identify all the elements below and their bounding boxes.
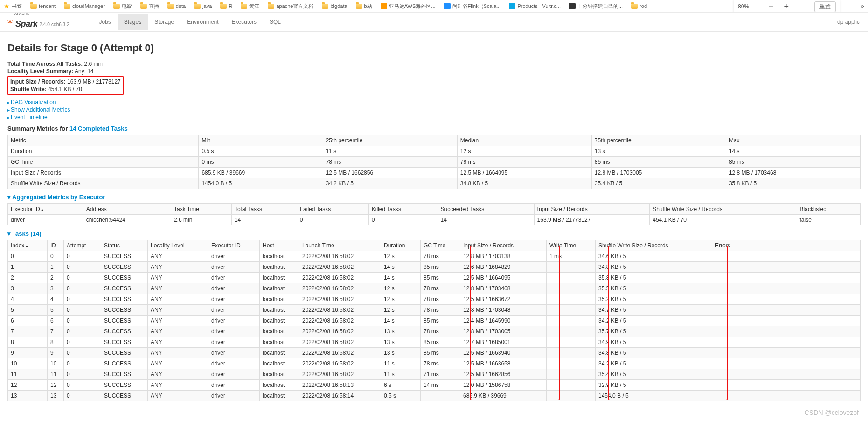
zoom-reset-button[interactable]: 重置: [814, 1, 836, 12]
bookmark-item[interactable]: 十分钟搭建自己的...: [569, 3, 623, 10]
table-cell: 13: [8, 391, 48, 401]
bookmark-item[interactable]: b站: [356, 3, 372, 10]
spark-logo[interactable]: ✶ APACHE Spark 2.4.0-cdh6.3.2: [7, 16, 69, 28]
col-header[interactable]: Succeeded Tasks: [437, 204, 534, 215]
site-icon: [444, 3, 451, 9]
col-header[interactable]: Write Time: [547, 240, 596, 251]
bookmarks-overflow[interactable]: »: [861, 2, 864, 10]
table-cell: 12.8 MB / 1703468: [726, 168, 860, 178]
col-header[interactable]: 75th percentile: [591, 135, 726, 146]
col-header[interactable]: Input Size / Records: [534, 204, 650, 215]
zoom-in-button[interactable]: +: [781, 2, 792, 12]
col-header[interactable]: Locality Level: [148, 240, 208, 251]
nav-tab-sql[interactable]: SQL: [263, 14, 287, 30]
bookmark-item[interactable]: cloudManager: [64, 3, 105, 9]
table-cell: 85 ms: [421, 348, 460, 358]
bookmark-item[interactable]: 直播: [140, 3, 159, 10]
expand-link[interactable]: DAG Visualization: [11, 99, 56, 105]
col-header[interactable]: Killed Tasks: [368, 204, 437, 215]
bookmark-item[interactable]: 电影: [113, 3, 132, 10]
table-cell: ANY: [148, 283, 208, 294]
col-header[interactable]: Executor ID: [8, 204, 83, 215]
table-cell: 13 s: [381, 326, 421, 337]
table-cell: driver: [208, 337, 260, 348]
expand-link[interactable]: Show Additional Metrics: [11, 106, 70, 113]
tasks-toggle[interactable]: ▾Tasks (14): [7, 230, 42, 237]
table-cell: 14 s: [381, 262, 421, 273]
col-header[interactable]: Index: [8, 240, 48, 251]
table-cell: 13 s: [381, 337, 421, 348]
agg-metrics-toggle[interactable]: ▾Aggregated Metrics by Executor: [7, 194, 105, 201]
table-cell: 2022/02/08 16:58:02: [299, 273, 381, 283]
table-cell: 12.5 MB / 1662856: [460, 369, 547, 380]
completed-tasks-link[interactable]: 14 Completed Tasks: [69, 125, 128, 132]
col-header[interactable]: Task Time: [171, 204, 232, 215]
bookmark-item[interactable]: 黄江: [241, 3, 259, 10]
col-header[interactable]: 25th percentile: [323, 135, 457, 146]
zoom-out-button[interactable]: −: [766, 2, 777, 12]
col-header[interactable]: Min: [199, 135, 323, 146]
col-header[interactable]: Launch Time: [299, 240, 381, 251]
table-cell: 85 ms: [421, 337, 460, 348]
bookmark-item[interactable]: 尚硅谷Flink（Scala...: [444, 3, 501, 10]
col-header[interactable]: Failed Tasks: [297, 204, 368, 215]
table-cell: localhost: [260, 294, 299, 305]
col-header[interactable]: Input Size / Records: [460, 240, 547, 251]
col-header[interactable]: Blacklisted: [797, 204, 860, 215]
col-header[interactable]: Duration: [381, 240, 421, 251]
tasks-heading: ▾Tasks (14): [7, 230, 861, 237]
bookmark-item[interactable]: rod: [631, 3, 647, 9]
col-header[interactable]: GC Time: [421, 240, 460, 251]
table-cell: 34.2 KB / 5: [596, 316, 712, 326]
nav-tab-executors[interactable]: Executors: [225, 14, 263, 30]
col-header[interactable]: Errors: [712, 240, 861, 251]
table-cell: 78 ms: [421, 326, 460, 337]
table-cell: 12.8 MB / 1703005: [591, 168, 726, 178]
col-header[interactable]: Total Tasks: [231, 204, 297, 215]
page-title: Details for Stage 0 (Attempt 0): [7, 42, 861, 54]
bookmark-item[interactable]: tencent: [30, 3, 56, 9]
bookmark-item[interactable]: data: [167, 3, 186, 9]
expand-link[interactable]: Event Timeline: [11, 114, 48, 120]
bookmark-item[interactable]: R: [220, 3, 232, 9]
table-cell: [547, 283, 596, 294]
col-header[interactable]: ID: [48, 240, 64, 251]
nav-tab-storage[interactable]: Storage: [148, 14, 181, 30]
col-header[interactable]: Attempt: [64, 240, 101, 251]
col-header[interactable]: Host: [260, 240, 299, 251]
table-cell: SUCCESS: [101, 369, 148, 380]
table-cell: driver: [208, 262, 260, 273]
table-cell: 12.8 MB / 1703005: [460, 326, 547, 337]
table-cell: 0: [64, 316, 101, 326]
bookmark-item[interactable]: bigdata: [322, 3, 347, 9]
bookmark-item[interactable]: 亚马逊AWS海外区...: [381, 3, 436, 10]
table-cell: 35.2 KB / 5: [596, 294, 712, 305]
nav-tab-jobs[interactable]: Jobs: [92, 14, 117, 30]
nav-tab-environment[interactable]: Environment: [181, 14, 225, 30]
col-header[interactable]: Shuffle Write Size / Records: [650, 204, 797, 215]
col-header[interactable]: Executor ID: [208, 240, 260, 251]
col-header[interactable]: Shuffle Write Size / Records: [596, 240, 712, 251]
bookmark-item[interactable]: java: [194, 3, 212, 9]
col-header[interactable]: Address: [83, 204, 171, 215]
nav-tab-stages[interactable]: Stages: [118, 14, 148, 30]
table-cell: [547, 391, 596, 401]
table-cell: GC Time: [8, 157, 199, 168]
bookmark-item[interactable]: Products - Vultr.c...: [509, 3, 561, 9]
col-header[interactable]: Max: [726, 135, 860, 146]
table-cell: [547, 262, 596, 273]
table-cell: 2022/02/08 16:58:02: [299, 251, 381, 262]
agg-metrics-heading: ▾Aggregated Metrics by Executor: [7, 194, 861, 201]
col-header[interactable]: Status: [101, 240, 148, 251]
table-cell: [421, 391, 460, 401]
col-header[interactable]: Median: [457, 135, 591, 146]
summary-metrics-table: MetricMin25th percentileMedian75th perce…: [7, 135, 861, 189]
table-cell: 0: [64, 262, 101, 273]
table-cell: 12: [8, 380, 48, 391]
col-header[interactable]: Metric: [8, 135, 199, 146]
table-cell: 12 s: [457, 146, 591, 157]
bookmark-item[interactable]: apache官方文档: [268, 3, 313, 10]
table-cell: 11 s: [381, 358, 421, 369]
bookmark-item[interactable]: ★书签: [4, 3, 22, 10]
table-cell: 12.5 MB / 1664095: [460, 273, 547, 283]
